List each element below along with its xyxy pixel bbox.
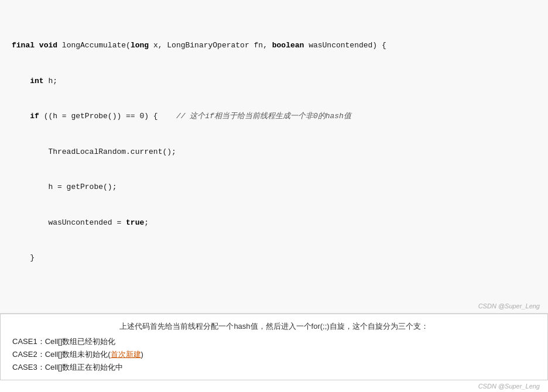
main-container: final void longAccumulate(long x, LongBi… xyxy=(0,0,548,392)
code-block: final void longAccumulate(long x, LongBi… xyxy=(12,5,536,314)
explain-case2-link[interactable]: 首次新建 xyxy=(111,350,141,359)
code-line-4: ThreadLocalRandom.current(); xyxy=(12,146,536,158)
code-line-6: wasUncontended = true; xyxy=(12,217,536,229)
explanation-section: 上述代码首先给当前线程分配一个hash值，然后进入一个for(;;)自旋，这个自… xyxy=(0,314,548,380)
explain-case3: CASE3：Cell[]数组正在初始化中 xyxy=(12,361,536,374)
code-section: final void longAccumulate(long x, LongBi… xyxy=(0,0,548,314)
code-line-blank1 xyxy=(12,287,536,299)
code-line-2: int h; xyxy=(12,75,536,87)
bottom-watermark: CSDN @Super_Leng xyxy=(0,380,548,392)
explain-case2-prefix: CASE2：Cell[]数组未初始化( xyxy=(12,350,111,359)
code-watermark: CSDN @Super_Leng xyxy=(478,302,540,310)
code-line-5: h = getProbe(); xyxy=(12,181,536,193)
explain-case2: CASE2：Cell[]数组未初始化(首次新建) xyxy=(12,348,536,361)
code-line-1: final void longAccumulate(long x, LongBi… xyxy=(12,40,536,51)
code-line-3: if ((h = getProbe()) == 0) { // 这个if相当于给… xyxy=(12,111,536,122)
code-line-7: } xyxy=(12,252,536,264)
explain-title: 上述代码首先给当前线程分配一个hash值，然后进入一个for(;;)自旋，这个自… xyxy=(12,320,536,333)
explain-case2-suffix: ) xyxy=(141,350,143,359)
explain-case1: CASE1：Cell[]数组已经初始化 xyxy=(12,335,536,348)
